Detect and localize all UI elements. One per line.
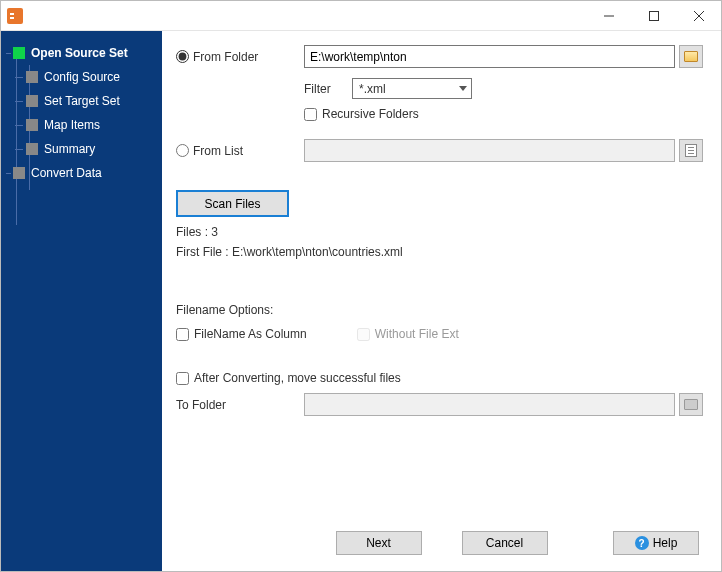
filename-options-header: Filename Options: xyxy=(176,303,703,317)
sidebar-item-map-items[interactable]: Map Items xyxy=(24,113,156,137)
tree-connector xyxy=(15,101,23,102)
sidebar-item-label: Set Target Set xyxy=(44,94,120,108)
from-list-radio-label[interactable]: From List xyxy=(176,144,304,158)
from-folder-radio[interactable] xyxy=(176,50,189,63)
sidebar-item-set-target-set[interactable]: Set Target Set xyxy=(24,89,156,113)
titlebar-left xyxy=(1,8,23,24)
from-folder-radio-label[interactable]: From Folder xyxy=(176,50,304,64)
browse-to-folder-button[interactable] xyxy=(679,393,703,416)
minimize-button[interactable] xyxy=(586,1,631,30)
filter-row: Filter *.xml xyxy=(176,78,703,99)
without-ext-label: Without File Ext xyxy=(375,327,459,341)
after-convert-option[interactable]: After Converting, move successful files xyxy=(176,371,703,385)
tree-connector xyxy=(16,55,17,225)
filename-as-column-option[interactable]: FileName As Column xyxy=(176,327,307,341)
first-file-label: First File : E:\work\temp\nton\countries… xyxy=(176,245,703,259)
filter-label: Filter xyxy=(304,82,352,96)
sidebar-item-config-source[interactable]: Config Source xyxy=(24,65,156,89)
filename-options-row: FileName As Column Without File Ext xyxy=(176,327,703,341)
recursive-label: Recursive Folders xyxy=(322,107,419,121)
after-convert-label: After Converting, move successful files xyxy=(194,371,401,385)
titlebar xyxy=(1,1,721,31)
button-bar: Next Cancel ? Help xyxy=(162,523,721,571)
step-indicator-icon xyxy=(13,167,25,179)
next-button[interactable]: Next xyxy=(336,531,422,555)
tree-connector xyxy=(6,53,11,54)
window-controls xyxy=(586,1,721,30)
sidebar-item-label: Open Source Set xyxy=(31,46,128,60)
step-indicator-icon xyxy=(26,143,38,155)
close-button[interactable] xyxy=(676,1,721,30)
chevron-down-icon xyxy=(459,86,467,91)
from-list-radio[interactable] xyxy=(176,144,189,157)
files-count-label: Files : 3 xyxy=(176,225,703,239)
svg-rect-1 xyxy=(649,11,658,20)
to-folder-label: To Folder xyxy=(176,398,304,412)
sidebar-item-convert-data[interactable]: Convert Data xyxy=(11,161,156,185)
filter-value: *.xml xyxy=(359,82,386,96)
browse-list-button[interactable] xyxy=(679,139,703,162)
recursive-checkbox[interactable] xyxy=(304,108,317,121)
from-list-input xyxy=(304,139,675,162)
help-container: ? Help xyxy=(613,531,699,555)
from-list-row: From List xyxy=(176,139,703,162)
from-folder-input[interactable] xyxy=(304,45,675,68)
from-list-text: From List xyxy=(193,144,243,158)
content: Open Source Set Config Source Set Target… xyxy=(1,31,721,571)
sidebar-item-summary[interactable]: Summary xyxy=(24,137,156,161)
folder-icon xyxy=(684,399,698,410)
browse-folder-button[interactable] xyxy=(679,45,703,68)
scan-files-button[interactable]: Scan Files xyxy=(176,190,289,217)
step-indicator-icon xyxy=(26,71,38,83)
step-indicator-icon xyxy=(13,47,25,59)
step-indicator-icon xyxy=(26,119,38,131)
form-area: From Folder Filter *.xml Re xyxy=(162,31,721,523)
tree-connector xyxy=(15,149,23,150)
main-panel: From Folder Filter *.xml Re xyxy=(162,31,721,571)
step-indicator-icon xyxy=(26,95,38,107)
tree-connector xyxy=(15,125,23,126)
tree-connector xyxy=(6,173,11,174)
filename-as-column-checkbox[interactable] xyxy=(176,328,189,341)
sidebar-item-label: Convert Data xyxy=(31,166,102,180)
help-icon: ? xyxy=(635,536,649,550)
folder-icon xyxy=(684,51,698,62)
list-file-icon xyxy=(685,144,697,157)
sidebar-item-open-source-set[interactable]: Open Source Set xyxy=(11,41,156,65)
after-convert-checkbox[interactable] xyxy=(176,372,189,385)
help-label: Help xyxy=(653,536,678,550)
from-folder-row: From Folder xyxy=(176,45,703,68)
filter-combobox[interactable]: *.xml xyxy=(352,78,472,99)
maximize-button[interactable] xyxy=(631,1,676,30)
help-button[interactable]: ? Help xyxy=(613,531,699,555)
tree-connector xyxy=(15,77,23,78)
recursive-row: Recursive Folders xyxy=(304,107,703,121)
sidebar-item-label: Config Source xyxy=(44,70,120,84)
filename-as-column-label: FileName As Column xyxy=(194,327,307,341)
dialog-window: Open Source Set Config Source Set Target… xyxy=(0,0,722,572)
to-folder-row: To Folder xyxy=(176,393,703,416)
without-ext-option: Without File Ext xyxy=(357,327,459,341)
sidebar-item-label: Summary xyxy=(44,142,95,156)
without-ext-checkbox xyxy=(357,328,370,341)
cancel-button[interactable]: Cancel xyxy=(462,531,548,555)
sidebar-item-label: Map Items xyxy=(44,118,100,132)
to-folder-input xyxy=(304,393,675,416)
wizard-sidebar: Open Source Set Config Source Set Target… xyxy=(1,31,162,571)
app-icon xyxy=(7,8,23,24)
from-folder-text: From Folder xyxy=(193,50,258,64)
